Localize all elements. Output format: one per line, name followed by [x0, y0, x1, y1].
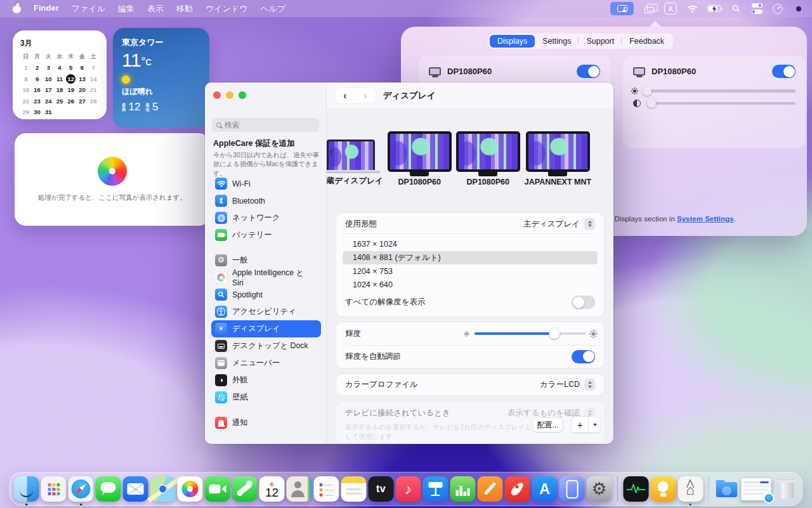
applecare-banner[interactable]: AppleCare 保証を追加 今から30日以内であれば、過失や事故による損傷か… [213, 138, 320, 178]
sidebar-search-field[interactable] [212, 118, 319, 132]
dock-trash-icon[interactable] [773, 476, 799, 502]
dock-iphone-mirroring-icon[interactable] [560, 476, 585, 502]
photos-widget[interactable]: 処理が完了すると、ここに写真が表示されます。 [15, 133, 210, 226]
dock-pages-icon[interactable] [478, 476, 503, 502]
sidebar-item-appearance[interactable]: ◑外観 [211, 372, 321, 389]
menu-view[interactable]: 表示 [147, 3, 164, 15]
dock-reminders-icon[interactable] [314, 476, 339, 502]
sidebar-item-notifications[interactable]: 通知 [211, 414, 321, 431]
sidebar-item-display[interactable]: ☀ディスプレイ [211, 320, 321, 337]
add-display-plus[interactable]: + [572, 417, 589, 432]
calendar-day: 6 [77, 63, 88, 74]
arrange-button[interactable]: 配置... [533, 418, 563, 432]
dock-minimized-window-icon[interactable] [742, 478, 771, 500]
battery-charging-icon[interactable] [707, 2, 721, 16]
display-enable-toggle[interactable] [772, 65, 796, 78]
screen-sharing-icon[interactable] [610, 2, 634, 16]
dock-downloads-folder-icon[interactable] [714, 476, 740, 502]
sidebar-item-spotlight[interactable]: Spotlight [211, 286, 321, 303]
apple-logo-icon[interactable] [13, 4, 21, 13]
sidebar-item-battery[interactable]: バッテリー [211, 226, 321, 244]
resolution-option-2[interactable]: 1204 × 753 [343, 264, 598, 278]
dock-drafting-app-icon[interactable] [678, 476, 703, 502]
resolution-option-1[interactable]: 1408 × 881 (デフォルト) [343, 251, 598, 265]
dock-launchpad-icon[interactable] [41, 476, 67, 502]
display-thumb-3[interactable]: JAPANNEXT MNT [525, 122, 591, 193]
spotlight-icon[interactable] [730, 2, 742, 16]
tab-support[interactable]: Support [579, 35, 622, 48]
zoom-button[interactable] [239, 91, 246, 99]
close-button[interactable] [213, 91, 221, 99]
menu-go[interactable]: 移動 [176, 3, 193, 15]
tab-feedback[interactable]: Feedback [622, 35, 672, 48]
dock-mail-icon[interactable] [123, 476, 148, 502]
dock-finder-icon[interactable] [14, 476, 39, 502]
menu-edit[interactable]: 編集 [118, 3, 134, 15]
tab-settings[interactable]: Settings [535, 35, 579, 48]
resolution-option-0[interactable]: 1637 × 1024 [343, 237, 598, 251]
resolution-option-3[interactable]: 1024 × 640 [343, 278, 598, 292]
usage-dropdown[interactable] [584, 218, 595, 230]
minimize-button[interactable] [226, 91, 233, 99]
dock-maps-icon[interactable] [150, 476, 176, 502]
dock-safari-icon[interactable] [69, 476, 94, 502]
dock-phone-icon[interactable] [232, 476, 258, 502]
strip-scroll-left-icon[interactable]: ‹ [329, 143, 334, 159]
sidebar-item-wifi[interactable]: Wi-Fi [211, 175, 321, 192]
dock-music-icon[interactable] [396, 476, 421, 502]
sidebar-item-wallpaper[interactable]: 壁紙 [211, 389, 321, 406]
display-thumb-2[interactable]: DP1080P60 [456, 122, 520, 193]
calendar-day: 13 [77, 74, 88, 84]
sidebar-item-accessibility[interactable]: アクセシビリティ [211, 303, 321, 320]
color-profile-dropdown[interactable] [584, 379, 595, 391]
tab-displays[interactable]: Displays [490, 35, 535, 48]
wifi-icon[interactable] [686, 2, 698, 16]
dock-app-store-icon[interactable]: A [532, 476, 558, 502]
auto-brightness-toggle[interactable] [572, 350, 595, 363]
forward-button[interactable] [363, 90, 367, 101]
sidebar-item-bluetooth[interactable]: Bluetooth [211, 192, 321, 209]
dock-contacts-icon[interactable] [287, 476, 312, 502]
contrast-slider[interactable] [647, 102, 796, 105]
system-settings-link[interactable]: System Settings [677, 215, 733, 223]
dock-numbers-icon[interactable] [450, 476, 476, 502]
dock-lightbulb-app-icon[interactable] [650, 476, 676, 502]
menu-file[interactable]: ファイル [72, 3, 105, 15]
brightness-slider[interactable] [475, 332, 586, 335]
control-center-icon[interactable] [751, 2, 763, 16]
dock-system-settings-icon[interactable] [587, 476, 612, 502]
dock-keynote-icon[interactable] [423, 476, 449, 502]
add-display-chevron-icon[interactable] [589, 424, 601, 426]
brightness-slider[interactable] [643, 89, 796, 93]
dock-messages-icon[interactable] [96, 476, 121, 502]
dock-facetime-icon[interactable] [205, 476, 230, 502]
display-enable-toggle[interactable] [577, 65, 600, 78]
dock-calendar-icon[interactable]: 木12 [259, 476, 285, 502]
dock-apple-tv-icon[interactable]: tv [369, 476, 394, 502]
clock-icon[interactable] [772, 2, 783, 16]
sidebar-item-network[interactable]: ネットワーク [211, 209, 321, 226]
sidebar-item-ai[interactable]: Apple Intelligence と Siri [211, 269, 321, 286]
dock-photos-icon[interactable] [178, 476, 203, 502]
calendar-day: 8 [20, 74, 32, 84]
dock-notes-icon[interactable] [341, 476, 367, 502]
sidebar-item-desktop-dock[interactable]: デスクトップと Dock [211, 337, 321, 355]
app-menu-finder[interactable]: Finder [34, 3, 59, 15]
sidebar-item-general[interactable]: ⚙一般 [211, 252, 321, 269]
screen-mirroring-icon[interactable] [643, 2, 655, 16]
show-all-resolutions-toggle[interactable] [572, 296, 595, 309]
add-display-button[interactable]: + [572, 417, 601, 433]
search-input[interactable] [225, 120, 315, 129]
dock-rocket-icon[interactable] [505, 476, 530, 502]
dock-activity-monitor-icon[interactable] [623, 476, 648, 502]
input-source-icon[interactable]: A [664, 2, 677, 16]
back-button[interactable] [343, 90, 346, 101]
sidebar-item-menu-bar[interactable]: メニューバー [211, 355, 321, 372]
calendar-widget[interactable]: 3月 日月火水木金土123456789101112131415161718192… [13, 30, 107, 119]
display-thumb-0[interactable]: 内蔵ディスプレイ [327, 120, 383, 193]
menu-help[interactable]: ヘルプ [260, 3, 285, 15]
menu-window[interactable]: ウインドウ [206, 3, 248, 15]
display-thumb-1[interactable]: DP1080P60 [388, 122, 452, 193]
calendar-day: 7 [88, 63, 99, 74]
weather-widget[interactable]: 東京タワー 11°c ほぼ晴れ 最高12 最低5 [113, 28, 209, 128]
